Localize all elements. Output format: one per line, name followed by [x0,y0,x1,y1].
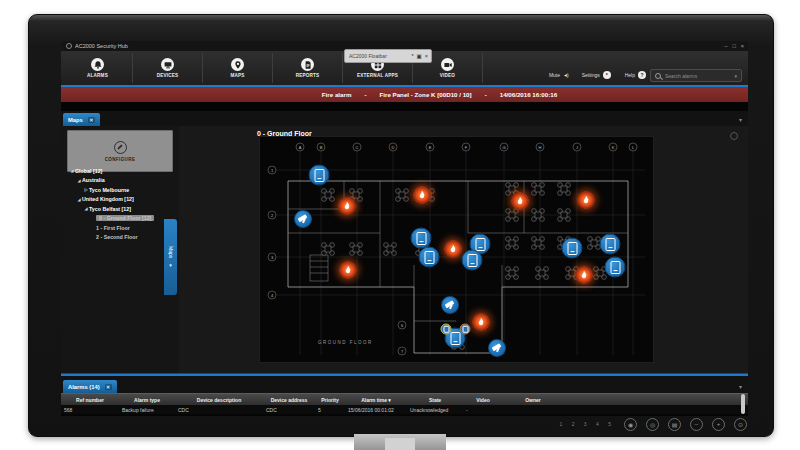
map-viewport[interactable]: 0 - Ground Floor [179,126,748,373]
map-options-icon[interactable] [730,132,738,140]
fire-alarm-marker[interactable] [472,313,490,331]
toolbar-button-devices[interactable]: DEVICES [133,53,203,83]
floatbar-close-icon[interactable]: × [425,53,428,59]
door-marker[interactable] [562,238,583,259]
settings-label: Settings [582,72,600,78]
plan-label: GROUND FLOOR [318,340,373,345]
tab-maps-close-icon[interactable]: ✕ [88,117,95,123]
table-scrollbar[interactable] [741,394,745,414]
tree-item-tyco-belfast-12-[interactable]: ◢Tyco Belfast [12] [65,204,175,214]
osd-source-button[interactable]: ◎ [646,418,659,431]
svg-text:B: B [320,145,323,150]
tree-item-label: Australia [82,177,105,183]
alarms-tabbar-menu-icon[interactable]: ▾ [739,383,742,390]
camera-marker[interactable] [488,339,506,357]
close-icon[interactable]: × [741,43,744,49]
fire-alarm-marker[interactable] [338,197,356,215]
fire-alarm-marker[interactable] [511,192,529,210]
gear-icon: * [603,71,611,79]
tab-maps[interactable]: Maps ✕ [63,113,100,126]
fire-alarm-marker[interactable] [444,240,462,258]
help-button[interactable]: Help ? [625,71,646,79]
tree-item-label: 2 - Second Floor [96,234,138,240]
osd-power-button[interactable]: ⊙ [734,418,747,431]
tree-item-global-12-[interactable]: ◢Global [12] [65,166,175,176]
column-header-device-description[interactable]: Device description [175,397,263,403]
table-cell: CDC [175,407,263,413]
alarms-table-header: Ref numberAlarm typeDevice descriptionDe… [61,393,748,405]
tree-item-1-first-floor[interactable]: 1 - First Floor [65,223,175,233]
osd-brightness-down-button[interactable]: − [690,418,703,431]
fire-alarm-banner[interactable]: Fire alarm-Fire Panel - Zone K [00D10 / … [61,87,748,102]
banner-segment: Fire Panel - Zone K [00D10 / 10] [379,91,471,98]
column-header-alarm-time[interactable]: Alarm time ▾ [345,397,407,403]
door-marker[interactable] [600,234,621,255]
tree-item-label: Global [12] [75,168,102,174]
svg-text:G: G [502,145,505,150]
tree-item-0-ground-floor-12-[interactable]: 0 - Ground Floor [12] [65,214,175,224]
column-header-device-address[interactable]: Device address [263,397,315,403]
column-header-state[interactable]: State [407,397,463,403]
column-header-owner[interactable]: Owner [503,397,563,403]
door-marker[interactable] [309,165,330,186]
tree-item-tyco-melbourne[interactable]: ▷Tyco Melbourne [65,185,175,195]
toolbar-button-reports[interactable]: REPORTS [273,53,343,83]
camera-marker[interactable] [441,296,459,314]
table-cell: 15/06/2016 00:01:02 [345,407,407,413]
search-input[interactable]: Search alarms ▾ [650,69,742,82]
table-cell: 568 [61,407,119,413]
svg-text:A: A [299,145,302,150]
column-header-alarm-type[interactable]: Alarm type [119,397,175,403]
door-marker[interactable] [411,228,432,249]
settings-button[interactable]: Settings * [582,71,611,79]
mute-button[interactable]: Mute ◄) [549,72,568,78]
tree-item-2-second-floor[interactable]: 2 - Second Floor [65,233,175,243]
maps-tabbar: Maps ✕ ▾ [61,111,748,127]
column-header-ref-number[interactable]: Ref number [61,397,119,403]
osd-brightness-up-button[interactable]: + [712,418,725,431]
tree-item-united-kingdom-12-[interactable]: ◢United Kingdom [12] [65,195,175,205]
monitor-icon [161,58,174,71]
floatbar[interactable]: AC2000 Floatbar * ▣ × [344,49,432,63]
osd-menu-button[interactable]: ▤ [668,418,681,431]
window-title: AC2000 Security Hub [75,43,128,49]
door-small-orange-marker[interactable] [460,324,471,335]
restore-icon[interactable]: □ [732,43,735,49]
search-caret-icon[interactable]: ▾ [734,73,737,79]
osd-number-labels[interactable]: 1 2 3 4 5 [560,421,615,427]
door-small-yellow-marker[interactable] [441,324,452,335]
bell-icon [91,58,104,71]
floatbar-gear-icon[interactable]: * [411,53,413,59]
fire-alarm-marker[interactable] [575,266,593,284]
fire-alarm-marker[interactable] [577,191,595,209]
banner-segment: - [485,91,487,98]
camera-marker[interactable] [294,210,312,228]
tab-maps-label: Maps [68,117,83,123]
tab-alarms-close-icon[interactable]: ✕ [105,384,112,390]
column-header-priority[interactable]: Priority [315,397,345,403]
door-marker[interactable] [419,247,440,268]
maps-collapse-tab-label: Maps [168,246,174,258]
floor-plan[interactable]: ABCDEFGHJKL123467 GROUND FLOOR [259,136,654,363]
minimize-icon[interactable]: – [724,43,727,49]
svg-text:C: C [356,145,359,150]
monitor-osd-controls: 1 2 3 4 5 ◉◎▤−+⊙ [560,416,747,432]
toolbar-button-maps[interactable]: MAPS [203,53,273,83]
tab-alarms[interactable]: Alarms (14) ✕ [63,380,117,393]
svg-text:K: K [612,145,615,150]
fire-alarm-marker[interactable] [413,186,431,204]
door-marker[interactable] [462,250,483,271]
maps-tabbar-menu-icon[interactable]: ▾ [739,116,742,123]
table-cell: CDC [263,407,315,413]
column-header-video[interactable]: Video [463,397,503,403]
fire-alarm-marker[interactable] [339,261,357,279]
tree-item-label: 0 - Ground Floor [12] [96,215,154,221]
floatbar-restore-icon[interactable]: ▣ [417,53,422,59]
door-marker[interactable] [605,257,626,278]
toolbar-button-alarms[interactable]: ALARMS [63,53,133,83]
pin-icon [231,58,244,71]
maps-collapse-tab[interactable]: Maps ▾ [164,219,177,295]
table-cell: 5 [315,407,345,413]
tree-item-australia[interactable]: ◢Australia [65,176,175,186]
osd-auto-button[interactable]: ◉ [624,418,637,431]
